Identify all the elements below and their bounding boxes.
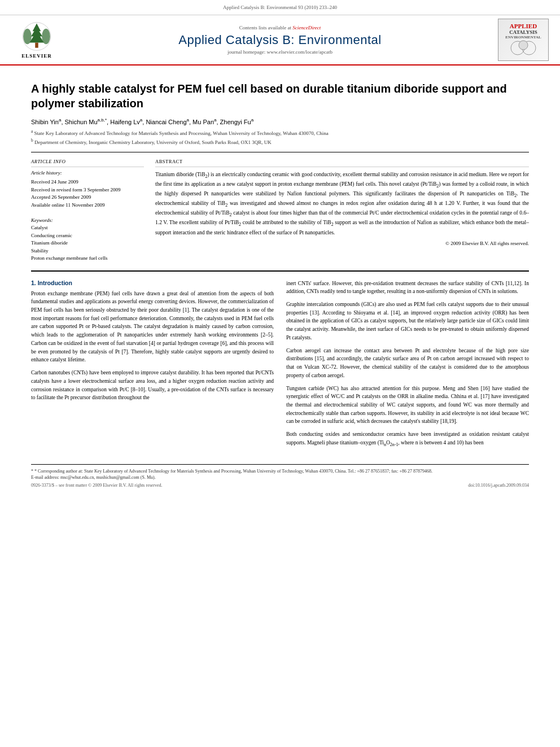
intro-heading: 1. Introduction xyxy=(31,279,274,286)
article-info-label: Article info xyxy=(31,158,144,167)
svg-rect-4 xyxy=(35,43,38,48)
right-para-2: Graphite intercalation compounds (GICs) … xyxy=(286,300,529,342)
header-inner: ELSEVIER Contents lists available at Sci… xyxy=(0,15,560,65)
authors-line: Shibin Yina, Shichun Mua,b,*, Haifeng Lv… xyxy=(31,117,529,125)
intro-para-2: Carbon nanotubes (CNTs) have been employ… xyxy=(31,369,274,402)
article-title: A highly stable catalyst for PEM fuel ce… xyxy=(31,81,529,111)
author-4: Niancai Chenga xyxy=(146,119,189,125)
footer-section: * * Corresponding author at: State Key L… xyxy=(31,464,529,488)
abstract-title: Abstract xyxy=(155,158,529,167)
available-date: Available online 11 November 2009 xyxy=(31,202,144,209)
revised-date: Received in revised form 3 September 200… xyxy=(31,186,144,194)
svg-point-6 xyxy=(42,29,50,45)
catalysis-logo-icon: APPLIED CATALYSIS ENVIRONMENTAL xyxy=(498,19,549,61)
issn-line: 0926-3373/$ – see front matter © 2009 El… xyxy=(31,483,163,488)
journal-homepage: journal homepage: www.elsevier.com/locat… xyxy=(62,49,498,55)
journal-header: Applied Catalysis B: Environmental 93 (2… xyxy=(0,0,560,15)
elsevier-text: ELSEVIER xyxy=(21,53,52,59)
intro-para-1: Proton exchange membrane (PEM) fuel cell… xyxy=(31,290,274,364)
kw-4: Stability xyxy=(31,247,144,255)
body-right-col: inert CNTs' surface. However, this pre-o… xyxy=(286,279,529,453)
keywords-list: Catalyst Conducting ceramic Titanium dib… xyxy=(31,224,144,263)
abstract-col: Abstract Titanium diboride (TiB2) is an … xyxy=(155,158,529,263)
sciencedirect-line: Contents lists available at ScienceDirec… xyxy=(62,25,498,30)
body-left-col: 1. Introduction Proton exchange membrane… xyxy=(31,279,274,453)
author-6: Zhengyi Fua xyxy=(220,119,253,125)
right-para-4: Tungsten carbide (WC) has also attracted… xyxy=(286,385,529,426)
journal-main-title: Applied Catalysis B: Environmental xyxy=(62,33,498,47)
abstract-section: Abstract Titanium diboride (TiB2) is an … xyxy=(155,158,529,248)
article-content: A highly stable catalyst for PEM fuel ce… xyxy=(0,65,560,499)
sciencedirect-link[interactable]: ScienceDirect xyxy=(292,25,321,30)
svg-marker-3 xyxy=(29,31,44,42)
elsevier-tree-icon xyxy=(20,21,54,52)
kw-3: Titanium diboride xyxy=(31,239,144,247)
kw-5: Proton exchange membrane fuel cells xyxy=(31,255,144,263)
elsevier-logo: ELSEVIER xyxy=(11,21,62,59)
affiliations: a State Key Laboratory of Advanced Techn… xyxy=(31,129,529,146)
body-content: 1. Introduction Proton exchange membrane… xyxy=(31,270,529,453)
svg-point-5 xyxy=(23,29,32,45)
footer-bar: 0926-3373/$ – see front matter © 2009 El… xyxy=(31,483,529,488)
affil-a: a State Key Laboratory of Advanced Techn… xyxy=(31,129,529,137)
corresponding-note: * * Corresponding author at: State Key L… xyxy=(31,468,529,474)
author-1: Shibin Yina xyxy=(31,119,61,125)
doi-line: doi:10.1016/j.apcatb.2009.09.034 xyxy=(468,483,529,488)
kw-2: Conducting ceramic xyxy=(31,232,144,240)
accepted-date: Accepted 26 September 2009 xyxy=(31,194,144,202)
kw-1: Catalyst xyxy=(31,224,144,232)
keywords-label: Keywords: xyxy=(31,217,144,225)
journal-ref: Applied Catalysis B: Environmental 93 (2… xyxy=(23,5,537,10)
author-3: Haifeng Lva xyxy=(110,119,142,125)
right-para-5: Both conducting oxides and semiconductor… xyxy=(286,430,529,448)
affil-b: b Department of Chemistry, Inorganic Che… xyxy=(31,138,529,146)
email-note: E-mail address: msc@whut.edu.cn, mushich… xyxy=(31,474,529,480)
author-5: Mu Pana xyxy=(193,119,216,125)
info-abstract-cols: Article info Article history: Received 2… xyxy=(31,152,529,263)
received-date: Received 24 June 2009 xyxy=(31,178,144,186)
article-info-col: Article info Article history: Received 2… xyxy=(31,158,144,263)
copyright-line: © 2009 Elsevier B.V. All rights reserved… xyxy=(155,240,529,248)
body-two-col: 1. Introduction Proton exchange membrane… xyxy=(31,279,529,453)
journal-title-block: Contents lists available at ScienceDirec… xyxy=(62,25,498,55)
page-wrapper: Applied Catalysis B: Environmental 93 (2… xyxy=(0,0,560,499)
right-para-1: inert CNTs' surface. However, this pre-o… xyxy=(286,279,529,296)
right-para-3: Carbon aerogel can increase the contact … xyxy=(286,347,529,380)
author-2: Shichun Mua,b,* xyxy=(65,119,107,125)
svg-point-9 xyxy=(519,41,528,50)
article-info: Article info Article history: Received 2… xyxy=(31,158,144,263)
abstract-text: Titanium diboride (TiB2) is an electrica… xyxy=(155,171,529,237)
history-label: Article history: xyxy=(31,169,144,177)
